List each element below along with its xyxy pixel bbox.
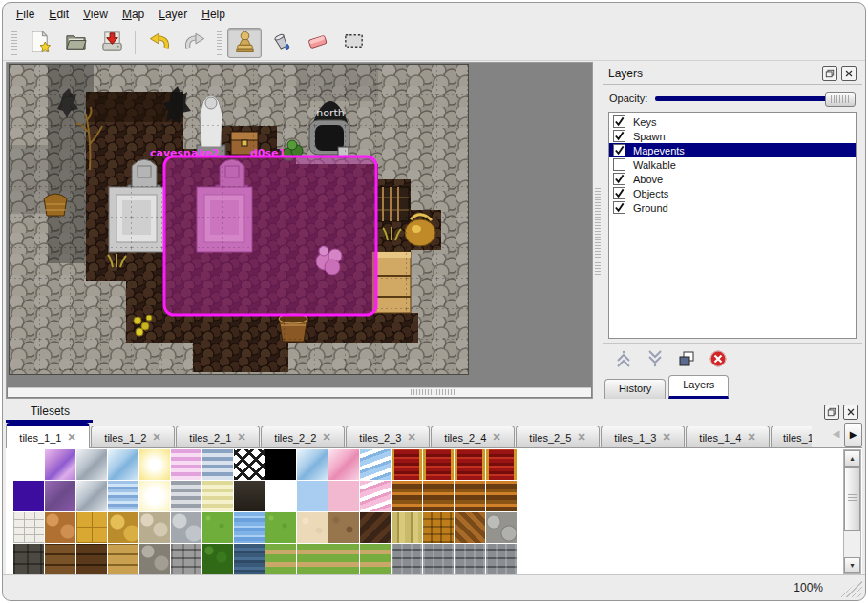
tile-wallDark[interactable]	[13, 544, 44, 574]
undo-tool-button[interactable]	[141, 28, 176, 58]
map-hscroll-thumb[interactable]	[411, 389, 455, 395]
tile-indigo[interactable]	[13, 481, 44, 511]
tile-sandBeige[interactable]	[297, 512, 328, 543]
layer-visibility-checkbox[interactable]	[613, 144, 625, 156]
tile-carpetRed[interactable]	[392, 449, 422, 480]
tile-logsGray[interactable]	[486, 512, 517, 543]
tab-close-icon[interactable]: ✕	[322, 431, 330, 444]
menu-map[interactable]: Map	[122, 8, 144, 21]
tile-planksOrange[interactable]	[455, 481, 485, 511]
tile-crystalGray[interactable]	[76, 449, 107, 480]
delete-layer-button[interactable]	[709, 349, 728, 368]
tile-brickGray[interactable]	[171, 544, 201, 574]
map-canvas[interactable]: north	[9, 64, 469, 375]
open-tool-button[interactable]	[58, 28, 93, 58]
fill-tool-button[interactable]	[264, 28, 298, 58]
tileset-tab-tiles_2_1[interactable]: tiles_2_1✕	[176, 426, 260, 447]
float-panel-button[interactable]	[822, 66, 837, 81]
tileset-tab-tiles_2_3[interactable]: tiles_2_3✕	[346, 426, 430, 447]
menu-view[interactable]: View	[83, 8, 108, 21]
tile-cobbleBeige[interactable]	[139, 512, 170, 543]
layer-row-spawn[interactable]: Spawn	[609, 129, 856, 143]
tab-close-icon[interactable]: ✕	[237, 431, 245, 444]
tab-close-icon[interactable]: ✕	[492, 431, 500, 444]
tile-tilesYellow[interactable]	[76, 512, 107, 543]
tab-close-icon[interactable]: ✕	[152, 431, 160, 444]
tile-woodDark[interactable]	[360, 512, 391, 543]
tile-pathGrass[interactable]	[265, 544, 296, 574]
tile-planksOrange[interactable]	[392, 481, 422, 511]
tile-brickDarkBrown[interactable]	[76, 544, 107, 574]
tile-crystalPurple[interactable]	[45, 449, 75, 480]
tileset-tab-tiles_1_1[interactable]: tiles_1_1✕	[6, 423, 90, 448]
tile-herringbone[interactable]	[455, 512, 485, 543]
select-tool-button[interactable]	[336, 28, 370, 58]
lower-layer-button[interactable]	[646, 349, 665, 368]
scroll-up-button[interactable]: ▲	[844, 450, 860, 467]
tab-scroll-right-button[interactable]: ▶	[844, 423, 862, 447]
tile-carpetRed[interactable]	[455, 449, 485, 480]
tileset-tab-tiles_1_4[interactable]: tiles_1_4✕	[686, 426, 770, 447]
menu-edit[interactable]: Edit	[49, 8, 69, 21]
tile-brickGray2[interactable]	[423, 544, 454, 574]
tile-carpetRed[interactable]	[486, 449, 517, 480]
opacity-slider[interactable]	[655, 90, 856, 107]
tile-crystalPink[interactable]	[328, 449, 359, 480]
tab-close-icon[interactable]: ✕	[407, 431, 415, 444]
tile-planksOrange[interactable]	[423, 481, 454, 511]
tile-crystalGray[interactable]	[76, 481, 107, 511]
tile-stoneBlocks[interactable]	[13, 512, 44, 543]
layer-row-keys[interactable]: Keys	[609, 114, 856, 129]
tab-history[interactable]: History	[604, 379, 666, 399]
layer-visibility-checkbox[interactable]	[613, 115, 625, 128]
tile-ribbonBlue[interactable]	[360, 449, 391, 480]
tile-swatchBlue[interactable]	[297, 481, 328, 511]
tileset-tab-tiles_1_3[interactable]: tiles_1_3✕	[601, 426, 685, 447]
tile-brickGray2[interactable]	[392, 544, 422, 574]
tile-signDark[interactable]	[234, 481, 265, 511]
tab-close-icon[interactable]: ✕	[67, 431, 75, 444]
tile-stripesBlue[interactable]	[202, 449, 233, 480]
layer-visibility-checkbox[interactable]	[613, 201, 625, 214]
close-panel-button[interactable]	[841, 66, 857, 81]
tileset-tab-tiles_2_5[interactable]: tiles_2_5✕	[516, 426, 600, 447]
save-tool-button[interactable]	[95, 28, 129, 58]
tile-grassGreen[interactable]	[202, 512, 233, 543]
tab-scroll-left-button[interactable]: ◀	[828, 423, 844, 445]
tile-hedgeGreen[interactable]	[202, 544, 233, 574]
tile-basketweave[interactable]	[423, 512, 454, 543]
layer-row-above[interactable]: Above	[609, 172, 856, 186]
tile-carpetRed[interactable]	[423, 449, 454, 480]
tile-white[interactable]	[265, 481, 296, 511]
tab-close-icon[interactable]: ✕	[577, 431, 585, 444]
tile-stonesGray[interactable]	[171, 512, 201, 543]
layer-visibility-checkbox[interactable]	[613, 187, 625, 199]
tile-brickGray2[interactable]	[486, 544, 517, 574]
tile-brickGray2[interactable]	[455, 544, 485, 574]
raise-layer-button[interactable]	[614, 349, 633, 368]
layer-row-ground[interactable]: Ground	[609, 200, 856, 215]
redo-tool-button[interactable]	[178, 28, 212, 58]
tile-waterTex[interactable]	[234, 512, 265, 543]
tile-stripesPink[interactable]	[171, 449, 201, 480]
tileset-tab-tiles_2_4[interactable]: tiles_2_4✕	[431, 426, 515, 447]
scroll-down-button[interactable]: ▼	[844, 557, 860, 573]
tileset-tab-tiles_1[interactable]: tiles_1_	[771, 426, 812, 447]
tab-layers[interactable]: Layers	[668, 375, 729, 399]
new-tool-button[interactable]	[22, 28, 56, 58]
layer-row-mapevents[interactable]: Mapevents	[609, 143, 856, 157]
resize-grip[interactable]	[839, 578, 862, 597]
layer-visibility-checkbox[interactable]	[613, 173, 625, 185]
tab-close-icon[interactable]: ✕	[747, 431, 755, 444]
menu-help[interactable]: Help	[201, 8, 225, 21]
layer-visibility-checkbox[interactable]	[613, 130, 625, 142]
tile-grassGreen[interactable]	[265, 512, 296, 543]
float-tilesets-button[interactable]	[824, 405, 839, 420]
close-tilesets-button[interactable]	[843, 405, 858, 420]
stamp-tool-button[interactable]	[227, 28, 262, 58]
eraser-tool-button[interactable]	[300, 28, 334, 58]
tile-glowYellow[interactable]	[139, 449, 170, 480]
tile-empty[interactable]	[13, 449, 44, 480]
menu-layer[interactable]: Layer	[159, 8, 187, 21]
tile-cobbleOrange[interactable]	[45, 512, 75, 543]
